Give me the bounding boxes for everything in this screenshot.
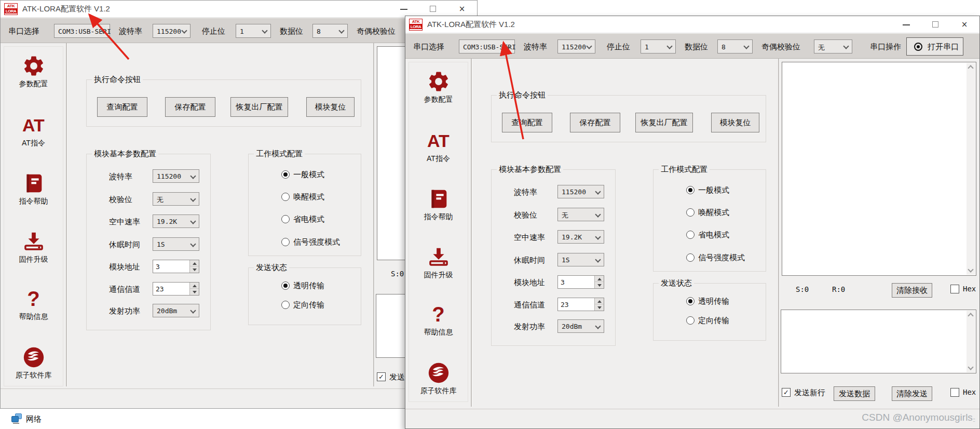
sidebar-item-params[interactable]: 参数配置 — [4, 54, 63, 89]
sidebar-item-command-help[interactable]: 指令帮助 — [409, 187, 468, 222]
clear-receive-button[interactable]: 清除接收 — [892, 283, 932, 298]
radio-directional-transmission[interactable]: 定向传输 — [654, 316, 766, 327]
radio-transparent-transmission[interactable]: 透明传输 — [249, 281, 361, 292]
spin-down-icon[interactable] — [190, 289, 199, 295]
databit-select[interactable]: 8 — [312, 24, 348, 38]
radio-icon — [281, 281, 290, 290]
channel-stepper[interactable]: 23 — [557, 298, 604, 311]
at-icon: AT — [4, 113, 63, 137]
chevron-down-icon — [190, 307, 196, 313]
receive-textarea[interactable] — [782, 62, 976, 276]
factory-reset-button[interactable]: 恢复出厂配置 — [635, 113, 693, 132]
stopbit-select[interactable]: 1 — [236, 24, 271, 38]
baud-select[interactable]: 115200 — [557, 39, 595, 53]
param-parity-select[interactable]: 无 — [153, 192, 199, 206]
radio-powersave-mode[interactable]: 省电模式 — [654, 231, 766, 241]
chevron-down-icon — [262, 28, 267, 33]
minimize-button[interactable] — [397, 4, 411, 14]
scrollbar[interactable] — [967, 311, 975, 372]
scrollbar[interactable] — [967, 63, 975, 275]
baud-select[interactable]: 115200 — [153, 24, 190, 38]
hex-receive-checkbox[interactable] — [950, 285, 959, 293]
param-power-select[interactable]: 20dBm — [153, 304, 199, 317]
sidebar-item-software-library[interactable]: 原子软件库 — [409, 361, 468, 396]
port-op-label: 串口操作 — [870, 42, 901, 52]
book-icon — [4, 171, 63, 195]
param-baud-select[interactable]: 115200 — [153, 169, 199, 183]
send-newline-checkbox[interactable] — [782, 388, 791, 397]
save-config-button[interactable]: 保存配置 — [570, 113, 620, 132]
spin-down-icon[interactable] — [595, 282, 604, 288]
book-icon — [409, 187, 468, 211]
radio-normal-mode[interactable]: 一般模式 — [249, 170, 361, 181]
window-title: ATK-LORA配置软件 V1.2 — [427, 20, 515, 30]
workmode-group-title: 工作模式配置 — [254, 149, 305, 159]
radio-normal-mode[interactable]: 一般模式 — [654, 186, 766, 196]
param-parity-select[interactable]: 无 — [557, 208, 604, 221]
parity-select[interactable]: 无 — [814, 39, 852, 53]
close-button[interactable]: × — [455, 4, 469, 14]
chevron-down-icon — [181, 28, 187, 33]
param-airrate-select[interactable]: 19.2K — [557, 230, 604, 244]
sidebar-item-firmware-upgrade[interactable]: 固件升级 — [4, 230, 63, 264]
databit-select[interactable]: 8 — [717, 39, 753, 53]
radio-signal-strength-mode[interactable]: 信号强度模式 — [654, 253, 766, 264]
stopbit-select[interactable]: 1 — [641, 39, 676, 53]
radio-signal-strength-mode[interactable]: 信号强度模式 — [249, 238, 361, 248]
query-config-button[interactable]: 查询配置 — [97, 97, 147, 117]
send-newline-checkbox[interactable] — [377, 372, 386, 381]
sent-counter: S:0 — [796, 285, 809, 293]
spin-up-icon[interactable] — [190, 260, 199, 266]
module-reset-button[interactable]: 模块复位 — [711, 113, 759, 132]
param-power-select[interactable]: 20dBm — [557, 319, 604, 333]
port-select[interactable]: COM3:USB-SERI — [459, 39, 515, 53]
module-address-stepper[interactable]: 3 — [557, 275, 604, 289]
param-baud-select[interactable]: 115200 — [557, 185, 604, 198]
sidebar-item-help-info[interactable]: ? 帮助信息 — [409, 302, 468, 337]
sidebar-item-software-library[interactable]: 原子软件库 — [4, 345, 63, 380]
radio-icon — [281, 301, 290, 309]
radio-wakeup-mode[interactable]: 唤醒模式 — [654, 208, 766, 219]
send-data-button[interactable]: 发送数据 — [834, 386, 875, 401]
sidebar-item-at-command[interactable]: AT AT指令 — [4, 113, 63, 148]
radio-directional-transmission[interactable]: 定向传输 — [249, 301, 361, 311]
save-config-button[interactable]: 保存配置 — [165, 97, 215, 117]
spin-up-icon[interactable] — [190, 283, 199, 289]
radio-powersave-mode[interactable]: 省电模式 — [249, 215, 361, 225]
minimize-button[interactable] — [900, 19, 913, 30]
port-select[interactable]: COM3:USB-SERI — [54, 24, 110, 38]
open-port-button[interactable]: 打开串口 — [906, 37, 963, 56]
spin-down-icon[interactable] — [595, 304, 604, 311]
spin-up-icon[interactable] — [595, 276, 604, 282]
spin-down-icon[interactable] — [190, 266, 199, 273]
hex-send-label: Hex — [963, 388, 976, 396]
sidebar-item-help-info[interactable]: ? 帮助信息 — [4, 287, 63, 321]
clear-send-button[interactable]: 清除发送 — [892, 386, 932, 401]
param-airrate-select[interactable]: 19.2K — [153, 214, 199, 228]
param-sleep-select[interactable]: 1S — [557, 253, 604, 266]
module-reset-button[interactable]: 模块复位 — [306, 97, 355, 117]
query-config-button[interactable]: 查询配置 — [502, 113, 552, 132]
radio-icon — [686, 316, 695, 325]
module-address-stepper[interactable]: 3 — [153, 260, 199, 273]
maximize-button[interactable] — [929, 19, 942, 30]
hex-send-checkbox[interactable] — [950, 388, 959, 397]
sidebar-item-firmware-upgrade[interactable]: 固件升级 — [409, 245, 468, 280]
maximize-button[interactable] — [426, 4, 440, 14]
radio-wakeup-mode[interactable]: 唤醒模式 — [249, 193, 361, 203]
chevron-down-icon — [595, 189, 601, 194]
spin-up-icon[interactable] — [595, 298, 604, 304]
radio-transparent-transmission[interactable]: 透明传输 — [654, 297, 766, 307]
param-sleep-select[interactable]: 1S — [153, 237, 199, 251]
send-textarea[interactable] — [781, 310, 976, 373]
param-row-channel: 通信信道 23 — [87, 282, 210, 296]
close-button[interactable]: × — [958, 19, 971, 30]
chevron-down-icon — [666, 43, 672, 49]
sidebar-item-at-command[interactable]: AT AT指令 — [409, 129, 468, 164]
channel-stepper[interactable]: 23 — [153, 282, 199, 296]
chevron-down-icon — [843, 43, 849, 49]
factory-reset-button[interactable]: 恢复出厂配置 — [230, 97, 288, 117]
command-group: 执行命令按钮 查询配置 保存配置 恢复出厂配置 模块复位 — [491, 95, 766, 142]
sidebar-item-params[interactable]: 参数配置 — [409, 70, 468, 104]
sidebar-item-command-help[interactable]: 指令帮助 — [4, 171, 63, 206]
